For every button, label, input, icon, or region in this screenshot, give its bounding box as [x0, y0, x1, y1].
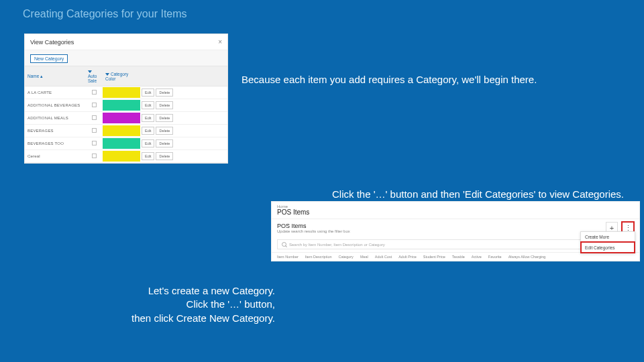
- category-color-swatch: [103, 150, 140, 163]
- column-header[interactable]: Item Number: [277, 255, 299, 259]
- instruction-text-1: Click the '…' button and then 'Edit Cate…: [332, 188, 624, 200]
- table-row: A LA CARTEEditDelete: [25, 86, 227, 99]
- category-color-swatch: [103, 86, 140, 99]
- column-header[interactable]: Taxable: [452, 255, 465, 259]
- search-placeholder: Search by Item Number, Item Description …: [289, 243, 385, 247]
- delete-button[interactable]: Delete: [156, 127, 173, 135]
- categories-modal: View Categories × New Category Name ▴ Au…: [24, 34, 228, 164]
- auto-sale-checkbox[interactable]: [85, 125, 103, 137]
- table-row: ADDITIONAL BEVERAGESEditDelete: [25, 99, 227, 112]
- table-row: ADDITIONAL MEALSEditDelete: [25, 112, 227, 125]
- column-header[interactable]: Meal: [360, 255, 368, 259]
- category-name: A LA CARTE: [25, 86, 85, 99]
- actions-menu: Create More Edit Categories: [580, 231, 635, 253]
- edit-button[interactable]: Edit: [142, 152, 154, 160]
- categories-modal-title: View Categories: [30, 39, 74, 46]
- category-name: ADDITIONAL MEALS: [25, 112, 85, 125]
- category-name: BEVERAGES: [25, 125, 85, 137]
- column-header[interactable]: Always Allow Charging: [508, 255, 546, 259]
- slide-title: Creating Categories for your Items: [23, 8, 187, 20]
- column-header[interactable]: Adult Price: [398, 255, 417, 259]
- categories-table: Name ▴ Auto Sale Category Color A LA CAR…: [25, 66, 227, 163]
- column-header[interactable]: Student Price: [423, 255, 445, 259]
- page-title: POS Items: [272, 208, 639, 219]
- col-category-color[interactable]: Category Color: [103, 66, 140, 86]
- delete-button[interactable]: Delete: [156, 114, 173, 122]
- category-name: ADDITIONAL BEVERAGES: [25, 99, 85, 112]
- edit-button[interactable]: Edit: [142, 88, 154, 97]
- new-category-button[interactable]: New Category: [30, 54, 68, 63]
- section-title: POS Items: [277, 223, 350, 229]
- delete-button[interactable]: Delete: [156, 139, 173, 147]
- menu-edit-categories[interactable]: Edit Categories: [581, 242, 635, 253]
- pos-items-panel: Home POS Items POS Items Update search r…: [271, 201, 640, 261]
- column-header[interactable]: Active: [472, 255, 482, 259]
- intro-text: Because each item you add requires a Cat…: [241, 74, 537, 85]
- menu-create-more[interactable]: Create More: [581, 232, 635, 242]
- auto-sale-checkbox[interactable]: [85, 112, 103, 125]
- column-header[interactable]: Favorite: [488, 255, 502, 259]
- edit-button[interactable]: Edit: [142, 114, 154, 122]
- auto-sale-checkbox[interactable]: [85, 86, 103, 99]
- edit-button[interactable]: Edit: [142, 101, 154, 109]
- close-icon[interactable]: ×: [218, 38, 222, 46]
- category-name: BEVERAGES TOO: [25, 137, 85, 150]
- column-header[interactable]: Adult Cost: [375, 255, 392, 259]
- edit-button[interactable]: Edit: [142, 139, 154, 147]
- delete-button[interactable]: Delete: [156, 152, 173, 160]
- category-color-swatch: [103, 99, 140, 112]
- auto-sale-checkbox[interactable]: [85, 99, 103, 112]
- auto-sale-checkbox[interactable]: [85, 137, 103, 150]
- col-name[interactable]: Name ▴: [25, 66, 85, 86]
- edit-button[interactable]: Edit: [142, 127, 154, 135]
- category-name: Cereal: [25, 150, 85, 163]
- table-row: BEVERAGESEditDelete: [25, 125, 227, 137]
- category-color-swatch: [103, 137, 140, 150]
- col-auto-sale[interactable]: Auto Sale: [85, 66, 103, 86]
- delete-button[interactable]: Delete: [156, 101, 173, 109]
- instruction-text-2: Let's create a new Category. Click the '…: [121, 284, 275, 325]
- category-color-swatch: [103, 112, 140, 125]
- column-header[interactable]: Item Description: [305, 255, 332, 259]
- table-row: BEVERAGES TOOEditDelete: [25, 137, 227, 150]
- table-row: CerealEditDelete: [25, 150, 227, 163]
- breadcrumb[interactable]: Home: [272, 202, 639, 208]
- column-header[interactable]: Category: [339, 255, 354, 259]
- delete-button[interactable]: Delete: [156, 88, 173, 97]
- category-color-swatch: [103, 125, 140, 137]
- auto-sale-checkbox[interactable]: [85, 150, 103, 163]
- search-icon: [282, 242, 286, 247]
- section-subtitle: Update search results using the filter b…: [277, 229, 350, 233]
